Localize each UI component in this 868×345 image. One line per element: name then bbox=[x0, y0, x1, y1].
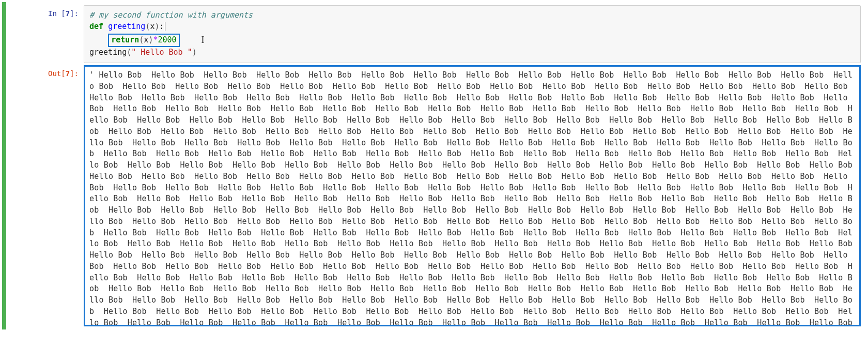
in-prompt-suffix: ]: bbox=[70, 9, 79, 18]
def-keyword: def bbox=[89, 22, 103, 31]
multiplier-literal: 2000 bbox=[158, 35, 176, 44]
text-caret bbox=[165, 22, 165, 31]
call-func-name: greeting bbox=[89, 48, 127, 57]
function-name: greeting bbox=[108, 22, 145, 31]
output-prompt: Out[7]: bbox=[6, 65, 84, 78]
output-text-area[interactable]: ' Hello Bob Hello Bob Hello Bob Hello Bo… bbox=[84, 65, 861, 326]
notebook-cell-container: In [7]: # my second function with argume… bbox=[2, 2, 866, 329]
input-cell: In [7]: # my second function with argume… bbox=[6, 5, 861, 65]
i-beam-cursor-icon: I bbox=[202, 33, 205, 47]
out-prompt-number: 7 bbox=[66, 69, 70, 78]
out-prompt-suffix: ]: bbox=[70, 69, 79, 78]
in-prompt-number: 7 bbox=[66, 9, 70, 18]
output-cell: Out[7]: ' Hello Bob Hello Bob Hello Bob … bbox=[6, 65, 861, 326]
code-editor[interactable]: # my second function with arguments def … bbox=[84, 5, 861, 63]
out-prompt-prefix: Out[ bbox=[48, 69, 66, 78]
code-comment-line: # my second function with arguments bbox=[89, 10, 253, 20]
return-keyword: return bbox=[111, 35, 139, 44]
call-arg-string: Hello Bob bbox=[136, 48, 187, 57]
in-prompt-prefix: In [ bbox=[48, 9, 66, 18]
input-prompt: In [7]: bbox=[6, 5, 84, 18]
return-highlight-box: return(x)*2000 bbox=[108, 34, 179, 48]
